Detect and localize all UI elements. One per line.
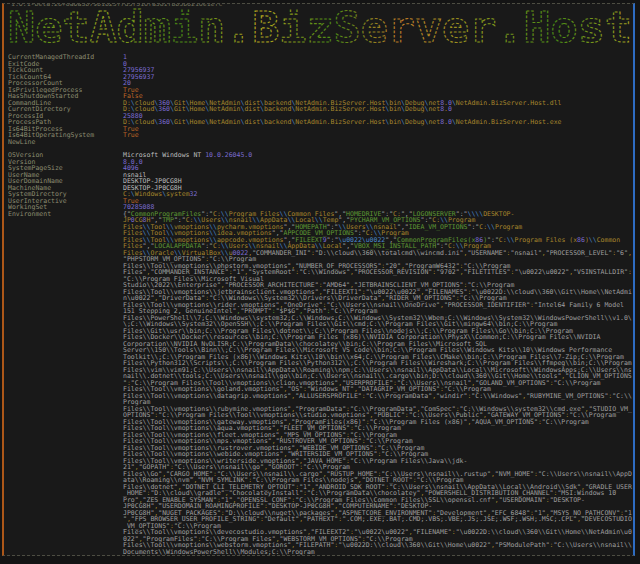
properties-list: CurrentManagedThreadId1ExitCode0TickCoun… [8,54,633,556]
property-value [123,139,633,146]
property-row: NewLine [8,139,633,146]
property-label: Environment [8,211,123,557]
property-label: NewLine [8,139,123,146]
spacer-row [8,145,633,152]
console-output-panel: 1.0.1-beta.28+8a0a5b79b1b25f7d3f516fa581… [2,3,635,556]
property-value: {"CommonProgramFiles":"C:\\Program Files… [123,211,633,557]
version-label: 1.0.1-beta.28+8a0a5b79b1b25f7d3f516fa581… [8,3,225,8]
property-row: Environment{"CommonProgramFiles":"C:\\Pr… [8,211,633,557]
app-title-text: NetAdmin.BizServer.Host [8,8,632,49]
terminal-screen: { "version_label": "1.0.1-beta.28+8a0a5b… [0,0,640,564]
ascii-art-title: NetAdmin.BizServer.Host [6,8,635,49]
